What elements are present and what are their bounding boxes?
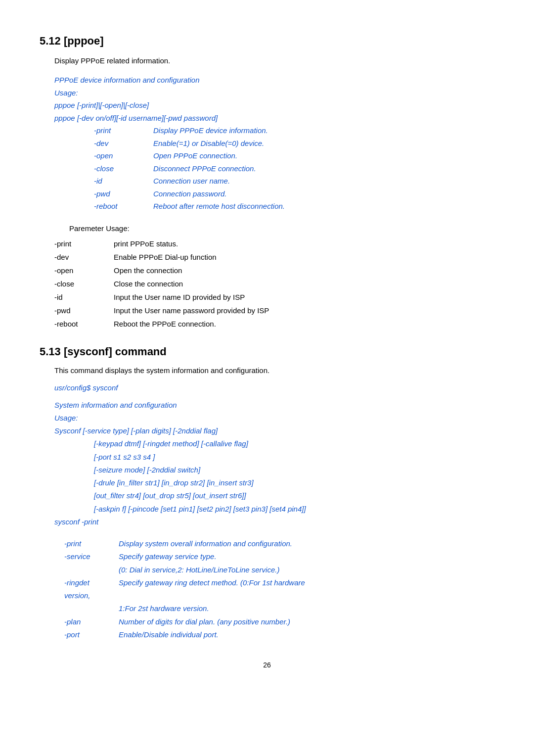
blue-param-val: Open PPPoE connection. xyxy=(153,149,237,162)
param-val: Reboot the PPPoE connection. xyxy=(114,317,216,331)
param-key: -id xyxy=(54,290,114,304)
param-key: -print xyxy=(54,237,114,250)
sysconf-param-val: Number of digits for dial plan. (any pos… xyxy=(119,615,290,628)
page-number: 26 xyxy=(40,661,494,669)
sysconf-blue-header: System information and configuration xyxy=(54,401,177,409)
param-table-pppoe: Paremeter Usage: -printprint PPPoE statu… xyxy=(54,222,494,331)
param-header-pppoe: Paremeter Usage: xyxy=(69,222,494,235)
blue-usage-pppoe: Usage: xyxy=(54,89,78,97)
blue-param-val: Connection user name. xyxy=(153,175,230,188)
sysconf-param-key: -service xyxy=(64,550,119,563)
param-key: -close xyxy=(54,277,114,290)
blue-usage2-pppoe: pppoe [-dev on/off][-id username][-pwd p… xyxy=(54,114,218,122)
param-row: -pwdInput the User name password provide… xyxy=(54,304,494,317)
sysconf-param-row: -planNumber of digits for dial plan. (an… xyxy=(64,615,494,628)
param-row: -openOpen the connection xyxy=(54,264,494,277)
blue-param-row: -rebootReboot after remote host disconne… xyxy=(94,200,494,213)
param-val: Close the connection xyxy=(114,277,183,290)
sysconf-param-key: -plan xyxy=(64,615,119,628)
section-512-desc: Display PPPoE related information. xyxy=(54,56,494,65)
blue-param-val: Display PPPoE device information. xyxy=(153,124,268,137)
sysconf-param-row: version, xyxy=(64,589,494,602)
sysconf-param-val: Specify gateway service type. xyxy=(119,550,217,563)
sysconf-param-val: Enable/Disable individual port. xyxy=(119,628,219,641)
sysconf-param-key: -port xyxy=(64,628,119,641)
sysconf-indent-line: [-askpin f] [-pincode [set1 pin1] [set2 … xyxy=(94,503,494,516)
sysconf-blue-block: System information and configuration Usa… xyxy=(54,399,494,529)
blue-param-val: Disconnect PPPoE connection. xyxy=(153,162,256,175)
blue-param-val: Reboot after remote host disconnection. xyxy=(153,200,285,213)
section-513-desc: This command displays the system informa… xyxy=(54,366,494,375)
param-row: -rebootReboot the PPPoE connection. xyxy=(54,317,494,331)
sysconf-param-row: -serviceSpecify gateway service type. xyxy=(64,550,494,563)
sysconf-param-row: -portEnable/Disable individual port. xyxy=(64,628,494,641)
param-key: -reboot xyxy=(54,317,114,331)
blue-param-key: -dev xyxy=(94,137,153,150)
blue-param-row: -printDisplay PPPoE device information. xyxy=(94,124,494,137)
blue-param-key: -reboot xyxy=(94,200,153,213)
blue-params-pppoe: -printDisplay PPPoE device information.-… xyxy=(94,124,494,213)
sysconf-param-val: Specify gateway ring detect method. (0:F… xyxy=(119,576,305,589)
blue-param-key: -pwd xyxy=(94,188,153,200)
param-val: Open the connection xyxy=(114,264,182,277)
sysconf-indent-line: [-keypad dtmf] [-ringdet method] [-calla… xyxy=(94,437,494,450)
section-512-title: 5.12 [pppoe] xyxy=(40,35,494,47)
param-val: print PPPoE status. xyxy=(114,237,178,250)
sysconf-indent-line: [-drule [in_filter str1] [in_drop str2] … xyxy=(94,476,494,489)
sysconf-param-note: 1:For 2st hardware version. xyxy=(119,602,494,615)
blue-param-val: Enable(=1) or Disable(=0) device. xyxy=(153,137,264,150)
sysconf-indent-line: [-seizure mode] [-2nddial switch] xyxy=(94,464,494,476)
sysconf-blue-usage: Usage: xyxy=(54,414,78,422)
sysconf-param-note: (0: Dial in service,2: HotLine/LineToLin… xyxy=(119,564,494,576)
param-val: Enable PPPoE Dial-up function xyxy=(114,250,217,264)
blue-param-row: -devEnable(=1) or Disable(=0) device. xyxy=(94,137,494,150)
sysconf-param-row: -ringdetSpecify gateway ring detect meth… xyxy=(64,576,494,589)
param-key: -pwd xyxy=(54,304,114,317)
blue-param-row: -closeDisconnect PPPoE connection. xyxy=(94,162,494,175)
sysconf-params-block: -printDisplay system overall information… xyxy=(64,537,494,641)
sysconf-command: usr/config$ sysconf xyxy=(54,383,494,392)
sysconf-indent-line: [-port s1 s2 s3 s4 ] xyxy=(94,451,494,464)
blue-param-val: Connection password. xyxy=(153,188,226,200)
blue-param-key: -print xyxy=(94,124,153,137)
sysconf-param-key: -print xyxy=(64,537,119,550)
sysconf-param-row: -printDisplay system overall information… xyxy=(64,537,494,550)
sysconf-indent-block: [-keypad dtmf] [-ringdet method] [-calla… xyxy=(54,437,494,516)
section-512: 5.12 [pppoe] Display PPPoE related infor… xyxy=(40,35,494,331)
pppoe-blue-block: PPPoE device information and configurati… xyxy=(54,74,494,213)
blue-param-key: -open xyxy=(94,149,153,162)
blue-param-row: -pwdConnection password. xyxy=(94,188,494,200)
param-val: Input the User name password provided by… xyxy=(114,304,269,317)
sysconf-print-line: sysconf -print xyxy=(54,518,98,526)
sysconf-param-val: Display system overall information and c… xyxy=(119,537,292,550)
blue-header-pppoe: PPPoE device information and configurati… xyxy=(54,76,200,84)
param-val: Input the User name ID provided by ISP xyxy=(114,290,245,304)
blue-param-key: -id xyxy=(94,175,153,188)
blue-param-key: -close xyxy=(94,162,153,175)
section-513-title: 5.13 [sysconf] command xyxy=(40,345,494,358)
section-513: 5.13 [sysconf] command This command disp… xyxy=(40,345,494,642)
sysconf-param-key: -ringdet xyxy=(64,576,119,589)
blue-param-row: -openOpen PPPoE connection. xyxy=(94,149,494,162)
param-key: -dev xyxy=(54,250,114,264)
param-key: -open xyxy=(54,264,114,277)
sysconf-param-key: version, xyxy=(64,589,119,602)
param-row: -idInput the User name ID provided by IS… xyxy=(54,290,494,304)
param-row: -printprint PPPoE status. xyxy=(54,237,494,250)
sysconf-blue-usage1: Sysconf [-service type] [-plan digits] [… xyxy=(54,426,218,435)
sysconf-indent-line: [out_filter str4] [out_drop str5] [out_i… xyxy=(94,489,494,502)
blue-param-row: -idConnection user name. xyxy=(94,175,494,188)
blue-usage1-pppoe: pppoe [-print]|[-open]|[-close] xyxy=(54,101,149,109)
param-row: -devEnable PPPoE Dial-up function xyxy=(54,250,494,264)
param-row: -closeClose the connection xyxy=(54,277,494,290)
